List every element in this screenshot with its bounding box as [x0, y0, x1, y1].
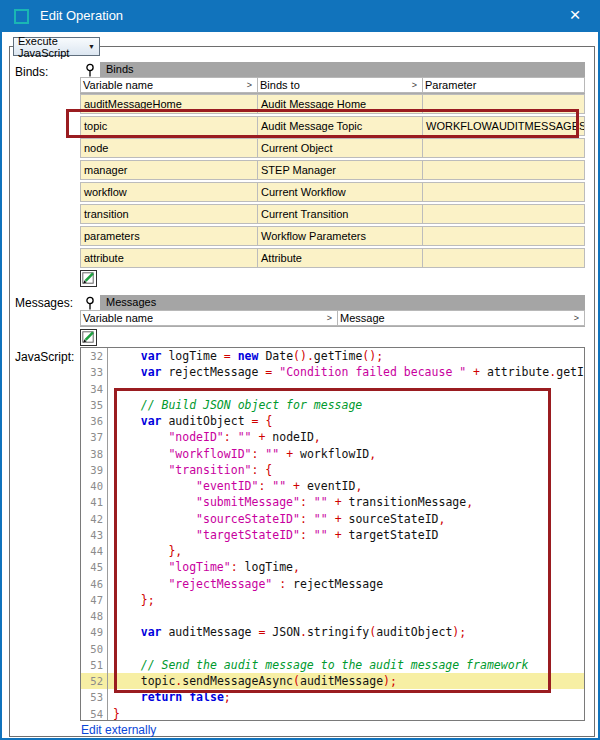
- table-cell: Workflow Parameters: [257, 226, 422, 246]
- table-cell: transition: [80, 204, 257, 224]
- line-number: 48: [81, 608, 108, 624]
- code-line-44[interactable]: 44 },: [81, 543, 584, 559]
- code-text: "workflowID": "" + workflowID,: [108, 446, 584, 462]
- table-cell: [422, 94, 585, 114]
- binds-row-auditMessageHome[interactable]: auditMessageHomeAudit Message Home: [80, 94, 585, 114]
- table-cell: topic: [80, 116, 257, 136]
- code-text: var auditObject = {: [108, 413, 584, 429]
- column-header-binds-to[interactable]: Binds to>: [257, 77, 422, 93]
- code-lines: 32 var logTime = new Date().getTime();33…: [81, 348, 584, 721]
- sort-indicator-icon[interactable]: >: [574, 313, 582, 323]
- code-line-40[interactable]: 40 "eventID": "" + eventID,: [81, 478, 584, 494]
- code-text: }: [108, 706, 584, 722]
- code-line-39[interactable]: 39 "transition": {: [81, 462, 584, 478]
- code-text: // Build JSON object for message: [108, 397, 584, 413]
- binds-rows: auditMessageHomeAudit Message HometopicA…: [80, 94, 585, 268]
- line-number: 34: [81, 381, 108, 397]
- table-cell: Audit Message Topic: [257, 116, 422, 136]
- line-number: 36: [81, 413, 108, 429]
- code-line-46[interactable]: 46 "rejectMessage" : rejectMessage: [81, 576, 584, 592]
- binds-panel-title: Binds: [100, 62, 585, 77]
- code-text: var logTime = new Date().getTime();: [108, 348, 584, 364]
- table-cell: workflow: [80, 182, 257, 202]
- table-cell: node: [80, 138, 257, 158]
- close-icon[interactable]: ×: [562, 2, 588, 28]
- app-icon: [14, 9, 29, 24]
- code-line-50[interactable]: 50: [81, 641, 584, 657]
- code-text: "nodeID": "" + nodeID,: [108, 429, 584, 445]
- code-line-36[interactable]: 36 var auditObject = {: [81, 413, 584, 429]
- table-cell: Audit Message Home: [257, 94, 422, 114]
- table-cell: [422, 226, 585, 246]
- code-line-49[interactable]: 49 var auditMessage = JSON.stringify(aud…: [81, 624, 584, 640]
- binds-row-node[interactable]: nodeCurrent Object: [80, 138, 585, 158]
- code-line-35[interactable]: 35 // Build JSON object for message: [81, 397, 584, 413]
- code-line-37[interactable]: 37 "nodeID": "" + nodeID,: [81, 429, 584, 445]
- code-line-51[interactable]: 51 // Send the audit message to the audi…: [81, 657, 584, 673]
- messages-panel-title: Messages: [100, 295, 585, 310]
- binds-column-headers: Variable name>Binds to>Parameter: [80, 77, 585, 94]
- sort-indicator-icon[interactable]: >: [247, 80, 255, 90]
- table-cell: WORKFLOWAUDITMESSAGES: [422, 116, 585, 136]
- code-line-52[interactable]: 52 topic.sendMessageAsync(auditMessage);: [81, 673, 584, 689]
- code-line-53[interactable]: 53 return false;: [81, 689, 584, 705]
- binds-panel-header: Binds: [80, 62, 585, 77]
- line-number: 54: [81, 706, 108, 722]
- line-number: 38: [81, 446, 108, 462]
- column-header-parameter[interactable]: Parameter: [422, 77, 585, 93]
- binds-row-transition[interactable]: transitionCurrent Transition: [80, 204, 585, 224]
- binds-row-parameters[interactable]: parametersWorkflow Parameters: [80, 226, 585, 246]
- code-line-43[interactable]: 43 "targetStateID": "" + targetStateID: [81, 527, 584, 543]
- operation-type-dropdown[interactable]: Execute JavaScript ▼: [13, 37, 100, 56]
- line-number: 37: [81, 429, 108, 445]
- line-number: 44: [81, 543, 108, 559]
- code-line-42[interactable]: 42 "sourceStateID": "" + sourceStateID,: [81, 511, 584, 527]
- edit-operation-dialog: Edit Operation × Execute JavaScript ▼ Bi…: [0, 0, 600, 740]
- binds-row-workflow[interactable]: workflowCurrent Workflow: [80, 182, 585, 202]
- code-line-48[interactable]: 48: [81, 608, 584, 624]
- javascript-editor[interactable]: 32 var logTime = new Date().getTime();33…: [80, 347, 585, 721]
- binds-row-topic[interactable]: topicAudit Message TopicWORKFLOWAUDITMES…: [80, 116, 585, 136]
- edit-externally-link[interactable]: Edit externally: [81, 723, 156, 737]
- javascript-label: JavaScript:: [15, 350, 74, 364]
- binds-row-manager[interactable]: managerSTEP Manager: [80, 160, 585, 180]
- code-text: "sourceStateID": "" + sourceStateID,: [108, 511, 584, 527]
- table-cell: Current Transition: [257, 204, 422, 224]
- code-line-32[interactable]: 32 var logTime = new Date().getTime();: [81, 348, 584, 364]
- table-cell: [422, 204, 585, 224]
- edit-table-icon[interactable]: [80, 270, 97, 287]
- code-text: [108, 641, 584, 657]
- code-line-45[interactable]: 45 "logTime": logTime,: [81, 559, 584, 575]
- pin-icon: [80, 295, 100, 310]
- code-text: [108, 608, 584, 624]
- column-header-variable-name[interactable]: Variable name>: [80, 77, 257, 93]
- code-line-54[interactable]: 54}: [81, 706, 584, 722]
- code-line-34[interactable]: 34: [81, 381, 584, 397]
- code-line-41[interactable]: 41 "submitMessage": "" + transitionMessa…: [81, 494, 584, 510]
- binds-row-attribute[interactable]: attributeAttribute: [80, 248, 585, 268]
- code-line-47[interactable]: 47 };: [81, 592, 584, 608]
- code-text: var auditMessage = JSON.stringify(auditO…: [108, 624, 584, 640]
- code-text: },: [108, 543, 584, 559]
- sort-indicator-icon[interactable]: >: [412, 80, 420, 90]
- line-number: 41: [81, 494, 108, 510]
- line-number: 33: [81, 364, 108, 380]
- title-bar: Edit Operation ×: [0, 0, 600, 32]
- table-cell: STEP Manager: [257, 160, 422, 180]
- code-line-33[interactable]: 33 var rejectMessage = "Condition failed…: [81, 364, 584, 380]
- code-text: "submitMessage": "" + transitionMessage,: [108, 494, 584, 510]
- code-text: var rejectMessage = "Condition failed be…: [108, 364, 584, 380]
- pin-icon: [80, 62, 100, 77]
- table-cell: attribute: [80, 248, 257, 268]
- table-cell: Current Object: [257, 138, 422, 158]
- sort-indicator-icon[interactable]: >: [327, 313, 335, 323]
- edit-table-icon[interactable]: [80, 329, 97, 346]
- column-header-variable-name[interactable]: Variable name>: [80, 310, 337, 326]
- messages-panel: Messages Variable name>Message>: [80, 295, 585, 346]
- code-line-38[interactable]: 38 "workflowID": "" + workflowID,: [81, 446, 584, 462]
- column-header-label: Message: [340, 312, 385, 324]
- table-cell: Attribute: [257, 248, 422, 268]
- table-cell: [422, 248, 585, 268]
- column-header-message[interactable]: Message>: [337, 310, 585, 326]
- table-cell: manager: [80, 160, 257, 180]
